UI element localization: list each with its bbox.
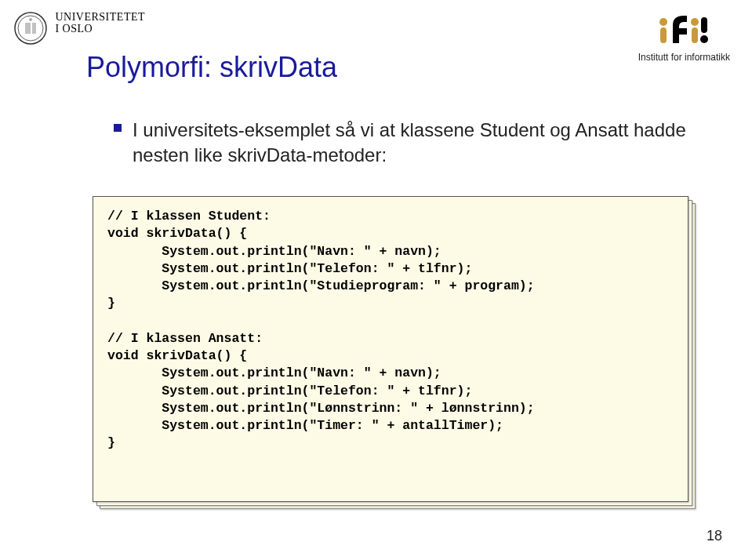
uio-seal-icon [14, 12, 47, 48]
bullet-item: I universitets-eksemplet så vi at klasse… [114, 118, 697, 169]
ifi-subtitle: Institutt for informatikk [638, 52, 730, 63]
bullet-text: I universitets-eksemplet så vi at klasse… [133, 118, 697, 169]
uio-wordmark: UNIVERSITETET I OSLO [55, 12, 145, 35]
uio-logo: UNIVERSITETET I OSLO [14, 12, 145, 48]
svg-point-5 [691, 18, 699, 26]
svg-rect-8 [701, 17, 707, 33]
ifi-logo-icon [656, 36, 712, 49]
svg-point-7 [700, 35, 708, 43]
svg-point-3 [659, 18, 667, 26]
svg-rect-4 [660, 27, 667, 43]
code-block-stack: // I klassen Student: void skrivData() {… [93, 196, 688, 502]
uio-line1: UNIVERSITETET [55, 12, 145, 24]
page-number: 18 [707, 528, 722, 544]
uio-line2: I OSLO [55, 24, 145, 35]
svg-rect-6 [692, 27, 698, 43]
svg-point-2 [29, 18, 32, 21]
code-box: // I klassen Student: void skrivData() {… [93, 196, 688, 502]
slide: UNIVERSITETET I OSLO Institutt for infor… [0, 0, 752, 560]
bullet-square-icon [114, 124, 122, 132]
slide-title: Polymorfi: skrivData [86, 51, 337, 84]
ifi-logo: Institutt for informatikk [638, 16, 730, 63]
